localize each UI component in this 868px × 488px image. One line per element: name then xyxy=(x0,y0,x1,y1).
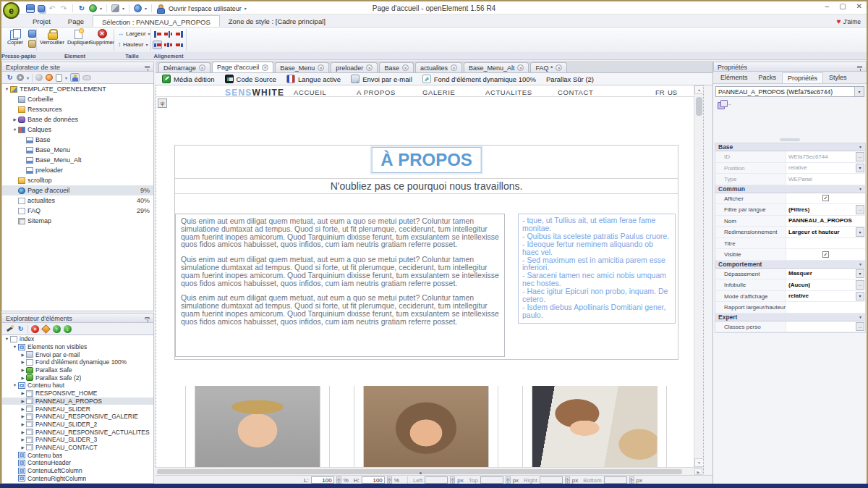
scroll-down-icon[interactable]: ▼ xyxy=(694,458,703,467)
document-tab-base[interactable]: Base× xyxy=(379,62,414,72)
expander-icon[interactable]: ▶ xyxy=(20,360,26,364)
like-badge[interactable]: ♥J'aime xyxy=(837,17,861,25)
undo-icon[interactable]: ↶ xyxy=(48,4,56,13)
align-left-button[interactable] xyxy=(153,30,162,38)
document-tab-base-menu[interactable]: Base_Menu× xyxy=(275,62,329,72)
dropdown-button[interactable]: ▾ xyxy=(856,269,864,279)
position-input-bottom[interactable] xyxy=(604,476,627,484)
photo-cell[interactable] xyxy=(354,386,498,467)
dropdown-button[interactable]: ▾ xyxy=(856,227,864,237)
ribbon-tab-projet[interactable]: Projet xyxy=(24,15,59,27)
ribbon-tab-page[interactable]: Page xyxy=(59,15,93,27)
link-item[interactable]: - Saraceni tamen nec amici nobis umquam … xyxy=(522,272,671,287)
chevron-down-icon[interactable]: ▾ xyxy=(145,6,147,11)
document-tab-d-marrage[interactable]: Démarrage× xyxy=(158,62,210,72)
tab-el-ments[interactable]: Eléments xyxy=(715,72,753,83)
property-value[interactable]: WEPanel xyxy=(786,174,865,185)
expander-icon[interactable]: ▼ xyxy=(4,87,10,91)
photo-woman-portrait[interactable] xyxy=(364,386,488,467)
toolbar-button-m-dia-dition[interactable]: Média édition xyxy=(158,74,221,85)
position-input-right[interactable] xyxy=(540,476,563,484)
section-header-comportement[interactable]: Comportement▼ xyxy=(715,261,865,269)
property-value[interactable]: relative▾ xyxy=(786,163,865,174)
openelement-logo[interactable]: e xyxy=(3,2,20,19)
site-item-template-openelement[interactable]: ▼TEMPLATE_OPENELEMENT xyxy=(2,84,153,94)
element-item-panneau-a-propos[interactable]: ▶PANNEAU_A_PROPOS xyxy=(2,397,153,405)
element-item-contenuleftcolumn[interactable]: ContenuLeftColumn xyxy=(2,467,153,475)
close-button[interactable]: ✕ xyxy=(856,2,862,10)
link-item[interactable]: - Ideoque fertur neminem aliquando ob ha… xyxy=(522,240,671,256)
menu-item-actualites[interactable]: ACTUALITES xyxy=(485,88,532,96)
stepper-icon[interactable]: ▴▾ xyxy=(336,476,341,484)
link-item[interactable]: - tque, ut Tullius ait, ut etiam ferae f… xyxy=(522,216,671,232)
element-item-contenu-haut[interactable]: ▼Contenu haut xyxy=(2,382,153,390)
subtitle-row[interactable]: N'oubliez pas ce pourquoi nous travaillo… xyxy=(175,178,678,194)
element-item-parallax-safe[interactable]: ▶Parallax Safe xyxy=(2,366,153,374)
chevron-down-icon[interactable]: ▾ xyxy=(100,6,102,11)
ellipsis-button[interactable]: ... xyxy=(856,152,864,161)
redo-icon[interactable]: ↷ xyxy=(59,4,68,13)
horizontal-scrollbar[interactable]: ▶ xyxy=(156,467,703,475)
element-item-panneau-responsive-galerie[interactable]: ▶PANNEAU_RESPONSIVE_GALERIE xyxy=(2,413,153,421)
expander-icon[interactable]: ▶ xyxy=(20,353,26,357)
align-bottom-button[interactable] xyxy=(174,41,184,49)
ribbon-tab-s-lection-panneau-a-propos[interactable]: Sélection : PANNEAU_A_PROPOS xyxy=(93,15,220,27)
element-item-elements-non-visibles[interactable]: ▼Elements non visibles xyxy=(2,343,153,351)
position-input-top[interactable] xyxy=(480,476,503,484)
element-item-index[interactable]: ▼index xyxy=(2,335,153,343)
refresh-icon[interactable]: ↻ xyxy=(77,4,86,13)
scroll-up-icon[interactable]: ▲ xyxy=(694,85,703,94)
link-list-column[interactable]: - tque, ut Tullius ait, ut etiam ferae f… xyxy=(518,214,676,324)
checkbox-checked[interactable]: ✓ xyxy=(822,251,829,258)
property-value[interactable]: (Aucun)... xyxy=(786,279,865,290)
property-value[interactable] xyxy=(786,238,865,249)
site-item-corbeille[interactable]: Corbeille xyxy=(2,94,153,104)
align-middle-v-button[interactable] xyxy=(163,41,173,49)
close-tab-icon[interactable]: × xyxy=(262,64,268,71)
site-item-sitemap[interactable]: Sitemap xyxy=(2,216,153,226)
maximize-button[interactable]: ▢ xyxy=(839,2,846,10)
expander-icon[interactable]: ▶ xyxy=(20,422,26,426)
site-item-base[interactable]: Base xyxy=(2,135,153,145)
checkbox-checked[interactable]: ✓ xyxy=(822,195,829,201)
element-item-parallax-safe-2[interactable]: ▶Parallax Safe (2) xyxy=(2,374,153,382)
tab-propri-t-s[interactable]: Propriétés xyxy=(782,72,823,83)
height-button[interactable]: ↕ Hauteur ▾ xyxy=(116,40,150,49)
magic-wand-icon[interactable] xyxy=(6,325,14,333)
ellipsis-button[interactable]: ... xyxy=(856,205,864,214)
refresh-icon[interactable]: ↻ xyxy=(17,325,25,333)
splitter-grip[interactable] xyxy=(420,472,422,474)
expander-icon[interactable]: ▶ xyxy=(20,399,26,403)
site-item-faq[interactable]: FAQ29% xyxy=(2,206,153,216)
menu-item-accueil[interactable]: ACCUEIL xyxy=(294,88,326,96)
preview-globe-icon[interactable] xyxy=(134,4,142,12)
toolbar-button-envoi-par-e-mail[interactable]: Envoi par e-mail xyxy=(347,74,419,85)
copy-button[interactable]: Copier xyxy=(4,28,27,51)
site-logo[interactable]: SENSWHITE xyxy=(225,88,284,98)
anchor-icon[interactable]: ψ xyxy=(158,98,167,108)
expander-icon[interactable]: ▶ xyxy=(20,414,26,418)
cloud-icon[interactable] xyxy=(82,75,91,80)
scroll-right-icon[interactable]: ▶ xyxy=(694,468,702,475)
property-value[interactable]: PANNEAU_A_PROPOS xyxy=(786,216,865,227)
photo-cell[interactable] xyxy=(522,386,667,467)
user-icon[interactable] xyxy=(156,4,164,12)
user-pages-icon[interactable] xyxy=(70,73,80,82)
site-item-base-de-donn-es[interactable]: ▶Base de données xyxy=(2,114,153,125)
grid-splitter-grip[interactable] xyxy=(780,138,800,141)
expander-icon[interactable]: ▶ xyxy=(20,407,26,411)
sync-icon[interactable] xyxy=(35,74,43,81)
property-value[interactable]: relative▾ xyxy=(786,291,865,302)
gear-icon[interactable] xyxy=(17,74,24,81)
stepper-icon[interactable]: ▴▾ xyxy=(450,476,455,484)
tab-packs[interactable]: Packs xyxy=(754,72,782,83)
expander-icon[interactable]: ▼ xyxy=(12,127,18,132)
property-value[interactable]: WEfa75ec6744... xyxy=(786,151,865,162)
expander-icon[interactable]: ▶ xyxy=(20,437,26,442)
style-stamp-icon[interactable] xyxy=(718,100,726,108)
close-tab-icon[interactable]: × xyxy=(556,64,562,71)
photo-woman-with-dog[interactable] xyxy=(532,386,657,467)
expander-icon[interactable]: ▼ xyxy=(12,383,18,387)
close-tab-icon[interactable]: × xyxy=(517,64,524,71)
duplicate-button[interactable]: Dupliquer xyxy=(66,28,92,51)
